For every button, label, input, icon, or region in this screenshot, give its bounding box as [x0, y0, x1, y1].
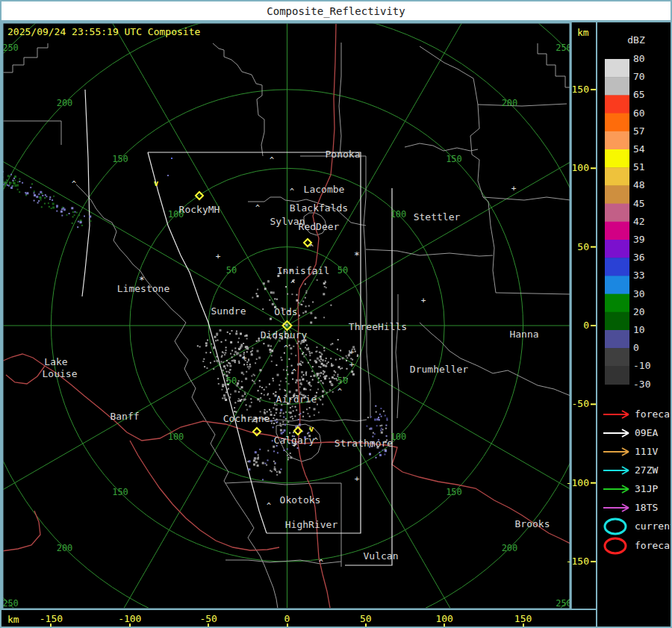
county-boundary: [366, 249, 493, 256]
city-label: Okotoks: [280, 494, 321, 506]
legend-arrow-icon: [603, 485, 629, 493]
legend-item-label: forecast: [635, 408, 672, 420]
colorbar-block: [605, 312, 629, 331]
colorbar-value: 57: [633, 125, 645, 137]
city-label: Innisfail: [277, 265, 329, 276]
town-marker-icon: ^: [319, 559, 323, 567]
city-label: RedDeer: [299, 221, 340, 232]
colorbar-block: [605, 366, 629, 385]
colorbar-block: [605, 330, 629, 349]
echo-cluster: [366, 405, 388, 458]
ring-distance-label: 150: [446, 154, 462, 164]
colorbar-block: [605, 167, 629, 186]
colorbar-value: 60: [633, 108, 645, 119]
bottom-axis-value-label: 0: [284, 613, 290, 624]
town-marker-icon: ^: [267, 502, 271, 510]
city-label: Calgary: [274, 435, 315, 446]
bottom-axis-units-label: km: [7, 614, 19, 625]
window-title: Composite_Reflectivity: [267, 5, 405, 17]
legend-ellipse-icon: [605, 538, 626, 553]
ring-distance-label: 150: [446, 487, 462, 497]
storm-v-marker-icon: v: [154, 178, 159, 188]
county-boundary: [420, 46, 567, 106]
town-marker-icon: ^: [284, 344, 288, 352]
colorbar-block: [605, 240, 629, 258]
colorbar-value: 10: [633, 324, 645, 335]
county-boundary: [470, 105, 570, 294]
right-axis-tick: [591, 561, 596, 562]
bottom-axis-value-label: -50: [199, 613, 217, 624]
colorbar-block: [605, 204, 629, 223]
colorbar-value: 80: [633, 53, 645, 64]
right-axis-value-label: 0: [583, 320, 589, 331]
ring-distance-label: 200: [57, 543, 73, 553]
right-axis-tick: [591, 403, 596, 405]
colorbar-block: [605, 59, 629, 78]
echo-dot: [167, 175, 169, 176]
city-label: Hanna: [509, 329, 538, 340]
bottom-axis-value-label: 150: [514, 613, 532, 624]
highway-line: [6, 366, 45, 384]
title-bar[interactable]: Composite_Reflectivity: [1, 1, 671, 22]
county-boundary: [1, 121, 61, 145]
town-marker-icon: ^: [255, 204, 260, 212]
county-boundary: [420, 323, 570, 396]
right-axis-value-label: -150: [566, 556, 589, 567]
station-diamond-icon: [294, 427, 302, 435]
city-label: Lake: [44, 356, 67, 367]
ring-distance-label: 100: [168, 432, 184, 442]
colorbar-block: [605, 348, 629, 367]
county-boundary: [364, 156, 370, 418]
bottom-axis: km -150-100-50050100150: [1, 609, 596, 628]
city-label: Lacombe: [304, 184, 345, 195]
town-marker-icon: +: [349, 360, 355, 370]
storm-v-marker-icon: v: [309, 424, 314, 434]
map-layers: 5050505010010010010015015015015020020020…: [1, 22, 596, 610]
legend-item-label: 18TS: [635, 502, 658, 513]
ring-distance-label: 50: [226, 265, 237, 276]
city-label: Strathmore: [335, 438, 393, 449]
right-axis-value-label: -50: [572, 398, 589, 409]
legend-ellipse-icon: [605, 519, 626, 534]
colorbar-value: 33: [633, 270, 645, 281]
colorbar-value: 45: [633, 198, 645, 209]
panel-divider: [596, 22, 597, 627]
colorbar-title: dBZ: [627, 34, 645, 46]
colorbar-value: 39: [633, 234, 645, 245]
colorbar-value: -10: [633, 360, 650, 371]
city-label: RockyMH: [179, 204, 220, 215]
colorbar-value: 36: [633, 252, 645, 263]
ring-distance-label: 250: [2, 43, 19, 53]
city-label: Louise: [43, 368, 78, 379]
town-marker-icon: ^: [314, 437, 318, 445]
town-marker-icon: +: [421, 296, 426, 305]
ring-distance-label: 200: [57, 98, 73, 108]
right-axis-value-label: 100: [572, 162, 589, 173]
legend-arrow-icon: [603, 504, 629, 512]
bottom-axis-tick: [287, 624, 288, 628]
county-boundary: [339, 43, 341, 156]
ring-distance-label: 200: [502, 543, 518, 553]
city-label: Sundre: [211, 305, 246, 317]
colorbar-value: 42: [633, 216, 645, 227]
legend-arrow-icon: [603, 467, 629, 474]
town-marker-icon: ^: [270, 156, 274, 164]
legend-arrow-icon: [603, 429, 629, 437]
right-axis-tick: [591, 167, 596, 169]
colorbar-block: [605, 114, 629, 132]
bottom-axis-value-label: 100: [435, 613, 452, 624]
ring-distance-label: 150: [112, 487, 128, 497]
county-boundary: [396, 294, 399, 418]
city-label: Stettler: [414, 211, 461, 223]
colorbar-block: [605, 185, 629, 204]
city-label: HighRiver: [285, 519, 338, 530]
colorbar-value: -30: [633, 379, 650, 390]
legend-item-label: 27ZW: [635, 464, 658, 476]
highway-line: [130, 441, 279, 550]
town-marker-icon: ^: [72, 180, 76, 188]
ring-distance-label: 100: [391, 209, 407, 220]
county-boundary: [213, 43, 264, 156]
bottom-axis-value-label: -150: [40, 613, 63, 624]
radar-map-canvas[interactable]: 5050505010010010010015015015015020020020…: [1, 22, 596, 610]
colorbar-block: [605, 77, 629, 96]
